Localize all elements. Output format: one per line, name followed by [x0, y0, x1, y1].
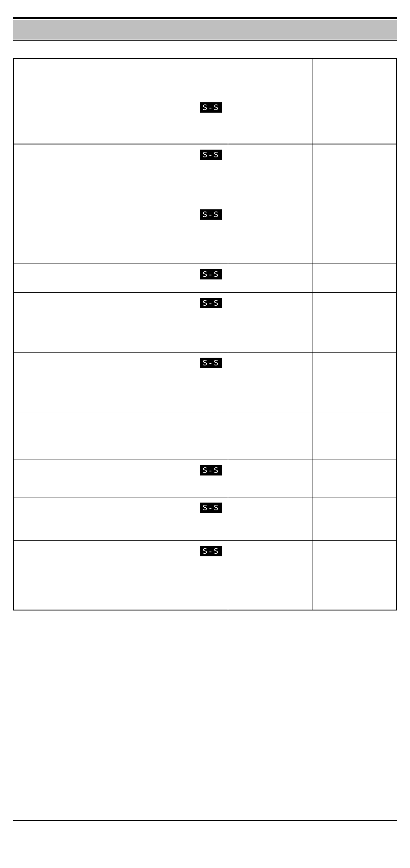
data-cell: [312, 293, 397, 353]
name-cell: [13, 412, 228, 460]
ss-tag: S-S: [200, 209, 222, 220]
table-row: [13, 412, 397, 460]
data-cell: [228, 144, 312, 204]
data-cell: [228, 58, 312, 97]
name-cell: S-S: [13, 293, 228, 353]
name-cell: S-S: [13, 541, 228, 610]
page: S-SS-SS-SS-SS-SS-SS-SS-SS-S: [0, 0, 410, 868]
banner-rule: [13, 40, 397, 41]
table-row: S-S: [13, 541, 397, 610]
ss-tag: S-S: [200, 465, 222, 475]
data-cell: [312, 58, 397, 97]
data-cell: [228, 412, 312, 460]
table-body: S-SS-SS-SS-SS-SS-SS-SS-SS-S: [13, 58, 397, 610]
data-cell: [228, 497, 312, 541]
table-row: S-S: [13, 264, 397, 293]
table-row: [13, 58, 397, 97]
data-cell: [312, 541, 397, 610]
ss-tag: S-S: [200, 503, 222, 513]
name-cell: S-S: [13, 144, 228, 204]
data-table: S-SS-SS-SS-SS-SS-SS-SS-SS-S: [13, 58, 397, 610]
name-cell: S-S: [13, 497, 228, 541]
table-row: S-S: [13, 144, 397, 204]
ss-tag: S-S: [200, 102, 222, 113]
footer-rule: [13, 820, 397, 821]
data-cell: [228, 460, 312, 497]
data-cell: [228, 264, 312, 293]
data-cell: [228, 204, 312, 264]
data-cell: [312, 97, 397, 144]
data-cell: [312, 412, 397, 460]
data-cell: [312, 264, 397, 293]
data-cell: [312, 353, 397, 412]
name-cell: S-S: [13, 353, 228, 412]
data-cell: [312, 460, 397, 497]
data-cell: [228, 293, 312, 353]
data-cell: [228, 541, 312, 610]
name-cell: S-S: [13, 204, 228, 264]
name-cell: S-S: [13, 97, 228, 144]
data-cell: [312, 204, 397, 264]
table-row: S-S: [13, 204, 397, 264]
table-row: S-S: [13, 97, 397, 144]
top-rule: [13, 17, 397, 19]
ss-tag: S-S: [200, 358, 222, 368]
table-row: S-S: [13, 293, 397, 353]
ss-tag: S-S: [200, 546, 222, 556]
ss-tag: S-S: [200, 150, 222, 160]
table-row: S-S: [13, 497, 397, 541]
name-cell: S-S: [13, 460, 228, 497]
data-cell: [312, 497, 397, 541]
data-cell: [312, 144, 397, 204]
data-cell: [228, 353, 312, 412]
ss-tag: S-S: [200, 269, 222, 279]
table-row: S-S: [13, 353, 397, 412]
name-cell: S-S: [13, 264, 228, 293]
data-cell: [228, 97, 312, 144]
ss-tag: S-S: [200, 298, 222, 308]
header-banner: [13, 20, 397, 40]
name-cell: [13, 58, 228, 97]
table-row: S-S: [13, 460, 397, 497]
